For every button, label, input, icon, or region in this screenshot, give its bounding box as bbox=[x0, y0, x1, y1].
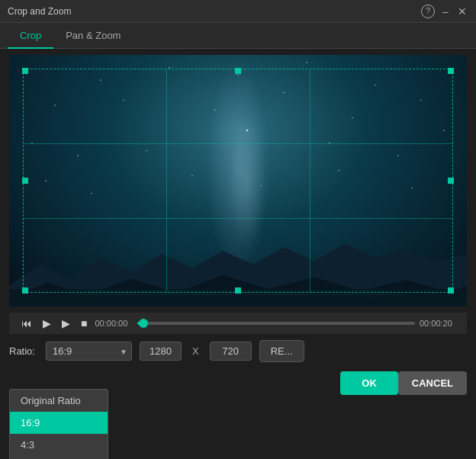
skip-back-button[interactable]: ⏮ bbox=[18, 316, 35, 331]
help-button[interactable]: ? bbox=[421, 5, 435, 18]
time-total: 00:00:20 bbox=[420, 319, 458, 328]
ratio-select[interactable]: 16:9 Original Ratio 4:3 1:1 9:16 Custom bbox=[46, 342, 132, 361]
reset-button[interactable]: RE... bbox=[259, 340, 304, 362]
video-background bbox=[9, 55, 467, 307]
title-bar-left: Crop and Zoom bbox=[8, 6, 71, 17]
dropdown-item-1-1[interactable]: 1:1 bbox=[10, 456, 108, 459]
dropdown-item-original[interactable]: Original Ratio bbox=[10, 390, 108, 412]
tab-pan-zoom[interactable]: Pan & Zoom bbox=[53, 24, 133, 49]
mountains-layer bbox=[9, 223, 467, 307]
cancel-button[interactable]: CANCEL bbox=[398, 371, 467, 395]
dropdown-item-4-3[interactable]: 4:3 bbox=[10, 434, 108, 456]
time-current: 00:00:00 bbox=[95, 319, 133, 328]
ok-button[interactable]: OK bbox=[340, 371, 398, 395]
play-alt-button[interactable]: ▶ bbox=[59, 316, 73, 331]
tabs-bar: Crop Pan & Zoom bbox=[0, 23, 476, 49]
timeline-handle[interactable] bbox=[139, 319, 148, 328]
timeline-track[interactable] bbox=[137, 322, 415, 325]
dropdown-item-16-9[interactable]: 16:9 bbox=[10, 412, 108, 434]
close-button[interactable]: ✕ bbox=[456, 5, 468, 18]
height-input[interactable] bbox=[210, 342, 252, 361]
ratio-select-wrapper: 16:9 Original Ratio 4:3 1:1 9:16 Custom … bbox=[46, 342, 132, 361]
playback-bar: ⏮ ▶ ▶ ■ 00:00:00 00:00:20 bbox=[9, 313, 467, 334]
minimize-button[interactable]: – bbox=[439, 5, 452, 18]
title-bar-controls: ? – ✕ bbox=[421, 5, 468, 18]
window-title: Crop and Zoom bbox=[8, 6, 71, 17]
stop-button[interactable]: ■ bbox=[78, 316, 90, 331]
play-button[interactable]: ▶ bbox=[40, 316, 54, 331]
controls-row: Ratio: 16:9 Original Ratio 4:3 1:1 9:16 … bbox=[0, 334, 476, 368]
ratio-label: Ratio: bbox=[9, 345, 35, 357]
width-input[interactable] bbox=[140, 342, 182, 361]
title-bar: Crop and Zoom ? – ✕ bbox=[0, 0, 476, 23]
resolution-separator: X bbox=[192, 345, 199, 357]
preview-area bbox=[9, 55, 467, 307]
ratio-dropdown-menu: Original Ratio 16:9 4:3 1:1 9:16 Custom bbox=[9, 389, 108, 459]
tab-crop[interactable]: Crop bbox=[8, 24, 53, 49]
